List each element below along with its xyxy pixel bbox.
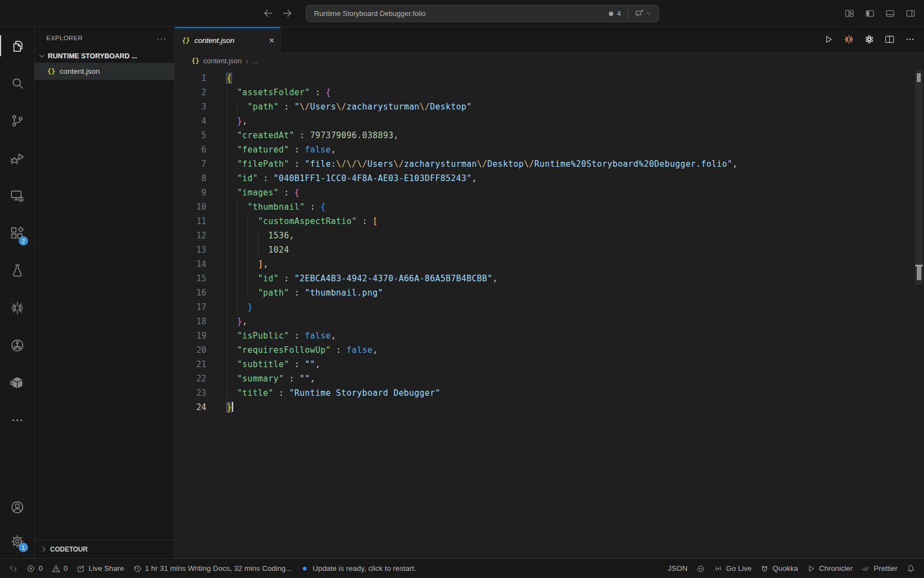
tab-content-json[interactable]: {} content.json × <box>175 27 280 52</box>
status-item-language-mode[interactable]: JSON <box>663 559 692 578</box>
line-text[interactable]: { <box>227 71 232 85</box>
forward-arrow-icon[interactable] <box>282 8 293 19</box>
status-item-copilot[interactable] <box>692 559 710 578</box>
indent-guide <box>237 300 238 314</box>
indent-guide <box>227 329 227 343</box>
line-text[interactable]: "images" : { <box>227 186 300 200</box>
line-text[interactable]: }, <box>227 114 248 128</box>
line-text[interactable]: "path" : "thumbnail.png" <box>227 286 383 300</box>
openai-button[interactable] <box>863 34 875 46</box>
line-text[interactable]: "id" : "040B1FF1-1CC0-4F8A-AE03-E103DFF8… <box>227 171 477 186</box>
claude-button[interactable] <box>843 34 855 46</box>
status-item-chronicler[interactable]: Chronicler <box>802 559 857 578</box>
activity-item-run-and-debug[interactable] <box>0 139 34 177</box>
activity-item-git-graph[interactable] <box>0 326 34 364</box>
line-text[interactable]: } <box>227 400 233 415</box>
line-text[interactable]: "title" : "Runtime Storyboard Debugger" <box>227 386 441 400</box>
split-editor-button[interactable] <box>883 34 895 46</box>
tab-label: content.json <box>194 36 234 45</box>
line-number: 17 <box>175 300 206 314</box>
line-text[interactable]: "requiresFollowUp" : false, <box>227 343 378 357</box>
line-text[interactable]: } <box>227 300 252 314</box>
activity-item-testing[interactable] <box>0 252 34 289</box>
line-text[interactable]: "path" : "\/Users\/zacharysturman\/Deskt… <box>227 100 472 114</box>
customize-layout-button[interactable] <box>841 5 857 21</box>
activity-item-extensions[interactable]: 2 <box>0 214 34 252</box>
line-text[interactable]: "customAspectRatio" : [ <box>227 214 378 228</box>
activity-item-search[interactable] <box>0 64 34 102</box>
indent-guide <box>248 214 248 228</box>
line-text[interactable]: "thumbnail" : { <box>227 200 326 214</box>
more-actions-button[interactable] <box>904 34 916 46</box>
indent-guide <box>227 100 227 114</box>
status-item-notifications[interactable] <box>902 559 920 578</box>
claude-starburst-icon <box>844 34 854 45</box>
tab-close-icon[interactable]: × <box>269 36 274 45</box>
activity-item-remote-explorer[interactable] <box>0 177 34 214</box>
status-item-remote-indicator[interactable] <box>4 559 22 578</box>
status-item-warnings[interactable]: 0 <box>47 559 73 578</box>
indent-guide <box>237 200 238 214</box>
line-number: 20 <box>175 343 206 357</box>
status-item-go-live[interactable]: Go Live <box>710 559 756 578</box>
workspace-section-header[interactable]: RUNTIME STORYBOARD ... <box>35 49 174 63</box>
package-icon <box>10 375 25 390</box>
debug-icon <box>10 151 25 166</box>
remote-monitor-icon <box>10 188 25 203</box>
status-item-prettier[interactable]: Prettier <box>857 559 902 578</box>
activity-item-more-views[interactable] <box>0 401 34 439</box>
toggle-panel-button[interactable] <box>882 5 898 21</box>
line-text[interactable]: "createdAt" : 797379096.038893, <box>227 128 399 143</box>
chat-button[interactable] <box>635 9 656 18</box>
file-item-content-json[interactable]: {} content.json <box>35 63 174 80</box>
activity-item-settings[interactable]: 1 <box>0 524 34 558</box>
status-item-label: JSON <box>668 564 688 572</box>
editor-scrollbar[interactable] <box>914 70 924 312</box>
status-item-time-tracker[interactable]: 1 hr 31 mins Writing Docs, 32 mins Codin… <box>129 559 296 578</box>
line-text[interactable]: }, <box>227 314 248 329</box>
line-text[interactable]: "summary" : "", <box>227 372 315 386</box>
line-text[interactable]: "subtitle" : "", <box>227 357 321 372</box>
indent-guide <box>258 228 258 243</box>
back-arrow-icon[interactable] <box>263 8 274 19</box>
line-text[interactable]: ], <box>227 257 268 271</box>
warning-icon <box>52 564 61 573</box>
code-editor[interactable]: 1{2 "assetsFolder" : {3 "path" : "\/User… <box>175 69 924 558</box>
indent-guide <box>237 228 238 243</box>
code-line: 24} <box>175 400 924 415</box>
activity-item-claude[interactable] <box>0 289 34 326</box>
scrollbar-slider[interactable] <box>915 70 923 285</box>
line-text[interactable]: "filePath" : "file:\/\/\/Users\/zacharys… <box>227 157 738 171</box>
run-button[interactable] <box>822 34 834 46</box>
indent-guide <box>248 271 248 286</box>
line-text[interactable]: "assetsFolder" : { <box>227 85 331 100</box>
breadcrumb-symbol[interactable]: ... <box>252 57 258 65</box>
codetour-section-header[interactable]: CODETOUR <box>35 540 174 558</box>
activity-item-accounts[interactable] <box>0 490 34 524</box>
toggle-secondary-sidebar-button[interactable] <box>902 5 919 21</box>
activity-item-explorer[interactable] <box>0 27 34 64</box>
line-text[interactable]: "isPublic" : false, <box>227 329 336 343</box>
activity-item-package-manager[interactable] <box>0 364 34 401</box>
activity-item-source-control[interactable] <box>0 102 34 139</box>
broadcast-icon <box>714 564 723 573</box>
toggle-primary-sidebar-button[interactable] <box>861 5 878 21</box>
status-item-update-ready[interactable]: Update is ready, click to restart. <box>296 559 420 578</box>
line-number: 23 <box>175 386 206 400</box>
explorer-more-actions-button[interactable]: ··· <box>157 34 167 43</box>
json-file-icon: {} <box>191 57 199 65</box>
status-item-live-share[interactable]: Live Share <box>72 559 129 578</box>
chevron-down-icon <box>645 10 652 17</box>
line-text[interactable]: 1536, <box>227 228 294 243</box>
breadcrumb-file[interactable]: content.json <box>203 57 241 65</box>
command-center[interactable]: Runtime Storyboard Debugger.folio 4 <box>306 5 659 22</box>
status-item-quokka[interactable]: Quokka <box>756 559 802 578</box>
indent-guide <box>227 157 227 171</box>
line-text[interactable]: "id" : "2EBCA4B3-4942-4370-A66A-86A5B7B4… <box>227 271 498 286</box>
check-all-icon <box>861 564 870 573</box>
line-number: 10 <box>175 200 206 214</box>
status-bar: 00Live Share1 hr 31 mins Writing Docs, 3… <box>0 558 924 578</box>
line-text[interactable]: 1024 <box>227 243 289 257</box>
status-item-errors[interactable]: 0 <box>22 559 47 578</box>
line-text[interactable]: "featured" : false, <box>227 143 336 157</box>
